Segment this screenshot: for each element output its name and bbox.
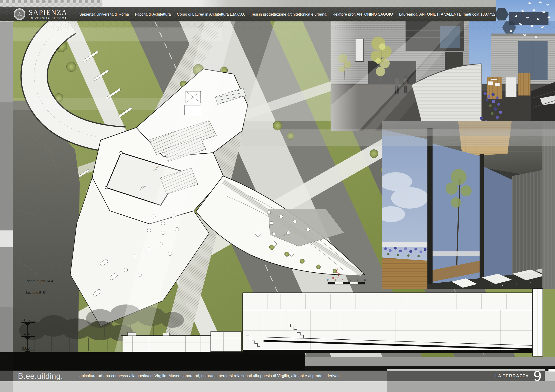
footer-corner (545, 370, 555, 381)
section-right-wall (533, 289, 543, 356)
bee-icon (539, 1, 542, 3)
bee-icon (528, 2, 532, 4)
header-info-segment: Sapienza Università di Roma (79, 12, 129, 16)
section-mid-piece (211, 332, 243, 354)
strip-segment (0, 247, 13, 307)
project-description: L'apicoltura urbana connessa alla poetic… (77, 374, 343, 378)
header-info: Sapienza Università di Roma Facoltà di A… (79, 12, 496, 16)
bee-icon (521, 9, 525, 13)
header-info-segment: Facoltà di Achitettura (135, 12, 171, 16)
header-bar: SAPIENZA UNIVERSITÀ DI ROMA Sapienza Uni… (0, 7, 496, 22)
strip-segment (0, 231, 13, 247)
strip-segment (0, 381, 13, 392)
bee-icon (534, 36, 538, 38)
bottom-strip-left (13, 381, 387, 392)
strip-segment (0, 370, 13, 381)
sheet-name-label: LA TERRAZZA (495, 373, 529, 378)
navy-band (509, 12, 548, 25)
project-title: B.ee.uilding. (18, 371, 63, 381)
header-info-segment: Tesi in progettazione architettonica e u… (251, 12, 326, 16)
bee-icon (541, 25, 545, 29)
hex-cell (495, 8, 509, 21)
footer-notch (548, 369, 555, 371)
logo-subtitle: UNIVERSITÀ DI ROMA (29, 17, 67, 20)
bee-swarm (494, 0, 555, 47)
bee-icon (523, 34, 526, 36)
section-left-piece (121, 332, 212, 352)
header-info-segment: Relatore prof. ANTONINO SAGGIO (332, 12, 393, 16)
strip-segment (0, 102, 13, 231)
page-number: 9 (533, 370, 541, 381)
strip-segment (0, 22, 13, 102)
header-info-segment: Laureanda: ANTONIETTA VALENTE (matricola… (399, 12, 496, 16)
presentation-board: Pianta quota +4.4 Sezione B-B' (0, 0, 555, 392)
footer-sheet-bar: LA TERRAZZA 9 (387, 370, 545, 381)
logo-title: SAPIENZA (29, 9, 67, 16)
collage-band (382, 121, 555, 136)
section-main (243, 293, 533, 353)
blend-edge (331, 22, 358, 131)
interior-render (382, 121, 555, 289)
strip-segment (0, 307, 13, 352)
bee-icon (532, 9, 535, 11)
sapienza-emblem-icon (14, 8, 26, 20)
strip-segment (0, 352, 13, 370)
window-mullion (427, 128, 432, 289)
left-margin-strip (0, 0, 13, 392)
window-mullion (480, 154, 484, 289)
bottom-strip-right (387, 381, 555, 392)
interior-render-graphic (382, 121, 555, 289)
bee-icon (546, 3, 549, 6)
header-info-segment: Corso di Laurea in Architettura L.M.C.U. (177, 12, 245, 16)
sapienza-logo: SAPIENZA UNIVERSITÀ DI ROMA (14, 8, 67, 20)
footer-bar: B.ee.uilding. L'apicoltura urbana connes… (13, 370, 387, 381)
